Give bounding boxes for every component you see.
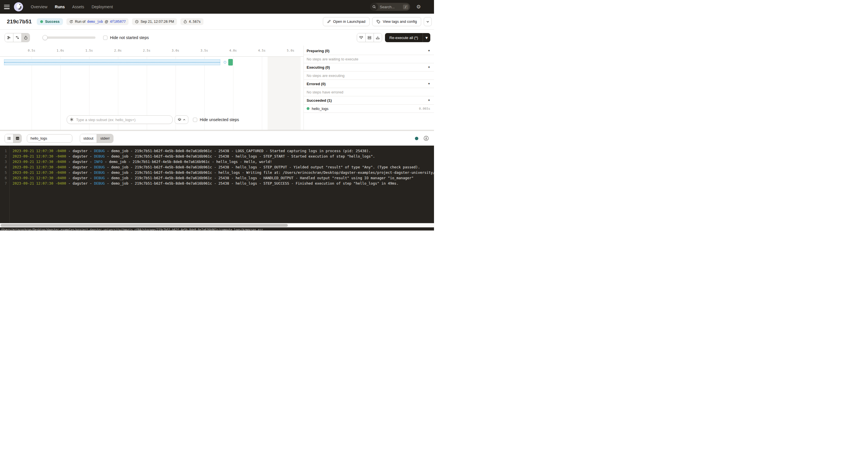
- step-name: hello_logs: [312, 106, 419, 111]
- panel-section-header[interactable]: Executing (0)▼: [304, 63, 434, 71]
- log-line-number: 5: [0, 170, 9, 175]
- download-logs-button[interactable]: [424, 135, 429, 141]
- search-shortcut-badge: /: [403, 5, 408, 9]
- layers-icon: [178, 118, 182, 122]
- gantt-toolbar: Hide not started steps Re-execute all (*…: [0, 30, 434, 45]
- panel-section-header[interactable]: Preparing (0)▼: [304, 47, 434, 55]
- gear-icon[interactable]: ⚙: [416, 4, 421, 9]
- tab-stderr[interactable]: stderr: [97, 134, 113, 143]
- axis-tick-label: 0.5s: [25, 49, 39, 53]
- log-step-filter-input[interactable]: [27, 134, 72, 143]
- log-view-toggle-group: [5, 134, 22, 143]
- panel-section-title: Preparing (0): [307, 49, 428, 53]
- panel-section-title: Executing (0): [307, 65, 428, 69]
- log-line-text: 2023-09-21 12:07:30 -0400 - dagster - DE…: [9, 148, 371, 154]
- gantt-dependency-dotted-line: [4, 62, 220, 63]
- section-caret-icon[interactable]: ▼: [428, 99, 430, 102]
- axis-tick-label: 3.5s: [197, 49, 212, 53]
- gantt-time-axis: 0.5s1.0s1.5s2.0s2.5s3.0s3.5s4.0s4.5s5.0s: [0, 45, 304, 57]
- log-line-text: 2023-09-21 12:07:30 -0400 - dagster - DE…: [9, 164, 420, 170]
- split-panes-button[interactable]: [365, 33, 374, 42]
- log-line-number: 7: [0, 181, 9, 186]
- chevron-down-icon: [426, 20, 429, 23]
- list-icon: [7, 136, 11, 141]
- op-selector-icon: [69, 117, 74, 122]
- reexecute-all-button[interactable]: Re-execute all (*) ▾: [385, 33, 430, 42]
- job-name-link[interactable]: demo_job: [87, 20, 103, 24]
- run-header: 219c7b51 Success Run of demo_job @ 4f105…: [0, 14, 434, 30]
- collapse-bottom-pane-button[interactable]: [357, 33, 365, 42]
- reexecute-dropdown-caret[interactable]: ▾: [423, 33, 430, 42]
- log-line: 52023-09-21 12:07:30 -0400 - dagster - D…: [0, 170, 434, 175]
- panel-empty-text: No steps are executing: [307, 73, 344, 78]
- timestamp-tag: Sep 21, 12:07:26 PM: [132, 18, 177, 25]
- hamburger-menu-icon[interactable]: [4, 5, 10, 9]
- panel-section-header[interactable]: Errored (0)▼: [304, 80, 434, 88]
- log-line-number: 3: [0, 159, 9, 164]
- axis-tick-label: 3.0s: [168, 49, 183, 53]
- panel-step-row[interactable]: hello_logs0.065s: [304, 104, 434, 113]
- log-line-text: 2023-09-21 12:07:30 -0400 - dagster - IN…: [9, 159, 272, 164]
- raw-console-logs-button[interactable]: [13, 134, 21, 143]
- gantt-chart-area: Hide unselected steps: [0, 57, 304, 130]
- log-line: 42023-09-21 12:07:30 -0400 - dagster - D…: [0, 164, 434, 170]
- horizontal-scrollbar-thumb[interactable]: [1, 224, 288, 227]
- panel-section-title: Errored (0): [307, 82, 428, 86]
- run-actions-menu-button[interactable]: [424, 17, 432, 26]
- status-dot-icon: [40, 20, 43, 23]
- waterfall-view-button[interactable]: [13, 33, 21, 42]
- view-tags-config-button[interactable]: View tags and config: [372, 17, 421, 26]
- raw-log-output: 12023-09-21 12:07:30 -0400 - dagster - D…: [0, 146, 434, 223]
- dagster-logo-icon[interactable]: [14, 2, 23, 12]
- structured-logs-button[interactable]: [5, 134, 13, 143]
- run-of-tag: Run of demo_job @ 4f105077: [66, 18, 128, 25]
- section-caret-icon[interactable]: ▼: [428, 49, 430, 52]
- nav-item-runs[interactable]: Runs: [55, 5, 65, 9]
- section-caret-icon[interactable]: ▼: [428, 66, 430, 69]
- nav-item-overview[interactable]: Overview: [31, 5, 47, 9]
- search-input[interactable]: [378, 5, 403, 9]
- code-version-link[interactable]: 4f105077: [110, 20, 126, 24]
- log-line-text: 2023-09-21 12:07:30 -0400 - dagster - DE…: [9, 175, 413, 181]
- log-line: 12023-09-21 12:07:30 -0400 - dagster - D…: [0, 148, 434, 154]
- horizontal-scrollbar[interactable]: [0, 223, 434, 227]
- log-line: 72023-09-21 12:07:30 -0400 - dagster - D…: [0, 181, 434, 186]
- panel-empty-row: No steps are executing: [304, 71, 434, 80]
- search-box[interactable]: /: [370, 3, 410, 11]
- tab-stdout[interactable]: stdout: [80, 134, 97, 143]
- panel-empty-row: No steps are waiting to execute: [304, 55, 434, 63]
- log-line: 22023-09-21 12:07:30 -0400 - dagster - D…: [0, 154, 434, 159]
- axis-tick-label: 1.0s: [53, 49, 67, 53]
- gantt-zoom-slider[interactable]: [43, 36, 95, 39]
- log-line-text: 2023-09-21 12:07:30 -0400 - dagster - DE…: [9, 170, 434, 175]
- duration-tag: 4.567s: [180, 18, 204, 25]
- nav-item-deployment[interactable]: Deployment: [91, 5, 113, 9]
- graph-query-options-button[interactable]: [175, 115, 188, 124]
- section-caret-icon[interactable]: ▼: [428, 82, 430, 85]
- search-icon: [370, 3, 378, 11]
- hide-not-started-checkbox[interactable]: [103, 36, 107, 40]
- panel-section-header[interactable]: Succeeded (1)▼: [304, 96, 434, 104]
- nav-item-assets[interactable]: Assets: [72, 5, 84, 9]
- log-line: 62023-09-21 12:07:30 -0400 - dagster - D…: [0, 175, 434, 181]
- hide-unselected-control: Hide unselected steps: [193, 117, 239, 122]
- clock-icon: [135, 20, 139, 24]
- step-subset-input[interactable]: [67, 115, 173, 124]
- run-id-title: 219c7b51: [7, 19, 32, 25]
- flat-view-button[interactable]: [5, 33, 13, 42]
- step-status-panel: Preparing (0)▼No steps are waiting to ex…: [304, 45, 434, 130]
- log-line-text: 2023-09-21 12:07:30 -0400 - dagster - DE…: [9, 154, 375, 159]
- zoom-slider-handle[interactable]: [42, 35, 48, 40]
- timed-view-button[interactable]: [21, 33, 30, 42]
- hide-unselected-checkbox[interactable]: [193, 118, 197, 122]
- log-status-dot: [415, 137, 418, 140]
- console-icon: [16, 136, 20, 141]
- log-line-text: 2023-09-21 12:07:30 -0400 - dagster - DE…: [9, 181, 399, 186]
- panel-section-title: Succeeded (1): [307, 98, 428, 102]
- pane-layout-group: [357, 33, 382, 42]
- history-icon: [69, 20, 73, 24]
- gantt-step-bar-hello-logs[interactable]: [228, 59, 233, 65]
- open-in-launchpad-button[interactable]: Open in Launchpad: [323, 17, 370, 26]
- collapse-top-pane-button[interactable]: [374, 33, 382, 42]
- status-badge: Success: [37, 18, 63, 25]
